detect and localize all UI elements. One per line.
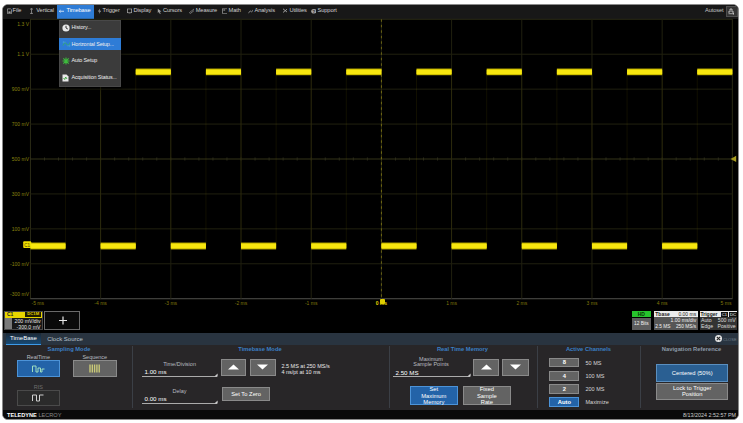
svg-text:C1: C1 (24, 243, 30, 248)
